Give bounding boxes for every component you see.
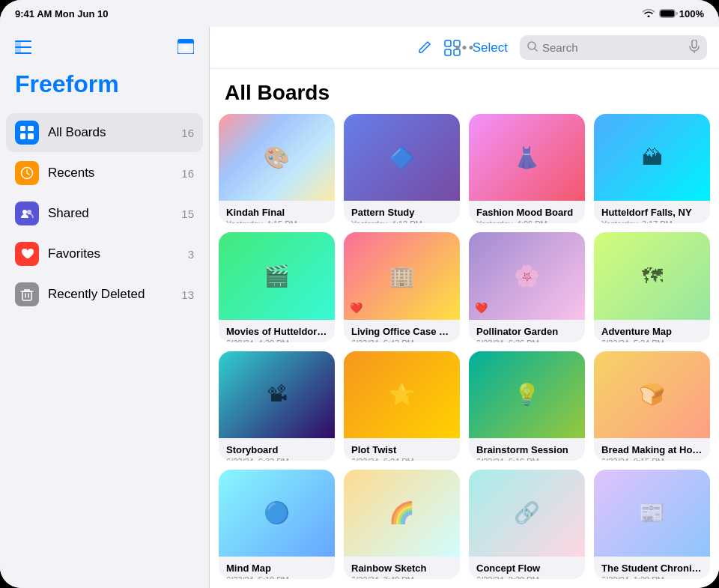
svg-rect-8: [20, 126, 25, 131]
board-info: Fashion Mood Board Yesterday, 4:06 PM Jo…: [469, 201, 585, 223]
sidebar-item-label-recently-deleted: Recently Deleted: [48, 287, 172, 302]
board-thumbnail-content: 🗺: [594, 232, 710, 319]
board-thumbnail: 🍞: [594, 351, 710, 438]
board-thumbnail: 🌸 ❤️: [469, 232, 585, 319]
sidebar-item-label-recents: Recents: [48, 166, 172, 181]
main-area: Freeform All Boards 16: [0, 27, 719, 588]
board-thumbnail-content: 💡: [469, 351, 585, 438]
wifi-icon: [643, 8, 655, 19]
board-card-brainstorm-session[interactable]: 💡 Brainstorm Session 6/23/24, 6:16 PM: [469, 351, 585, 461]
board-thumbnail-content: 🎨: [219, 114, 335, 201]
archive-icon[interactable]: [178, 39, 194, 58]
board-info: Concept Flow 6/22/24, 2:30 PM Test & Oth…: [469, 557, 585, 579]
board-card-fashion-mood-board[interactable]: 👗 Fashion Mood Board Yesterday, 4:06 PM …: [469, 114, 585, 223]
board-thumbnail: 🔷: [344, 114, 460, 201]
board-date: 6/23/24, 6:43 PM: [351, 339, 452, 342]
board-title: Kindah Final: [226, 207, 327, 218]
sidebar-item-label-shared: Shared: [48, 206, 172, 221]
svg-rect-19: [454, 49, 460, 55]
board-title: Hutteldorf Falls, NY: [601, 207, 703, 218]
board-card-adventure-map[interactable]: 🗺 Adventure Map 6/23/24, 5:34 PM Danny &…: [594, 232, 710, 342]
board-thumbnail-content: ⭐: [344, 351, 460, 438]
board-date: 6/23/24, 6:36 PM: [476, 339, 577, 342]
sidebar-header: [0, 39, 209, 70]
board-card-pattern-study[interactable]: 🔷 Pattern Study Yesterday, 4:12 PM Miche…: [344, 114, 460, 223]
board-card-storyboard[interactable]: 📽 Storyboard 6/23/24, 6:33 PM Danny & Da…: [219, 351, 335, 461]
board-thumbnail: 👗: [469, 114, 585, 201]
board-thumbnail-content: 🏔: [594, 114, 710, 201]
board-date: Yesterday, 4:12 PM: [351, 219, 452, 223]
board-title: Pollinator Garden: [476, 326, 577, 337]
svg-rect-1: [660, 10, 674, 17]
board-card-hutteldorf-falls[interactable]: 🏔 Hutteldorf Falls, NY Yesterday, 3:17 P…: [594, 114, 710, 223]
board-card-living-office[interactable]: 🏢 ❤️ Living Office Case Study 6/23/24, 6…: [344, 232, 460, 342]
board-thumbnail-content: 🔗: [469, 470, 585, 557]
sidebar-item-favorites[interactable]: Favorites 3: [6, 234, 203, 273]
sidebar: Freeform All Boards 16: [0, 27, 210, 588]
board-date: 6/23/24, 6:24 PM: [351, 457, 452, 461]
content-panel: Select: [210, 27, 719, 588]
board-info: Pattern Study Yesterday, 4:12 PM Michell…: [344, 201, 460, 223]
board-card-movies-hutteldorf[interactable]: 🎬 Movies of Hutteldorf Fa... 6/28/24, 4:…: [219, 232, 335, 342]
sidebar-item-label-all-boards: All Boards: [48, 125, 172, 140]
boards-grid: 🎨 Kindah Final Yesterday, 4:15 PM Test &…: [210, 114, 719, 588]
sidebar-toggle-icon[interactable]: [15, 39, 31, 58]
sidebar-item-recently-deleted[interactable]: Recently Deleted 13: [6, 275, 203, 314]
board-title: Living Office Case Study: [351, 326, 452, 337]
sidebar-item-recents[interactable]: Recents 16: [6, 154, 203, 193]
board-card-bread-making[interactable]: 🍞 Bread Making at Home 6/23/24, 8:15 PM …: [594, 351, 710, 461]
board-thumbnail: ⭐: [344, 351, 460, 438]
mic-icon[interactable]: [689, 40, 700, 55]
board-info: Adventure Map 6/23/24, 5:34 PM Danny & D…: [594, 320, 710, 342]
board-date: Yesterday, 3:17 PM: [601, 219, 703, 223]
board-thumbnail-content: 🌈: [344, 470, 460, 557]
board-card-row4c[interactable]: 🔗 Concept Flow 6/22/24, 2:30 PM Test & O…: [469, 470, 585, 579]
svg-rect-7: [178, 39, 194, 43]
board-card-row4d[interactable]: 📰 The Student Chronicle 6/22/24, 1:20 PM…: [594, 470, 710, 579]
board-info: Bread Making at Home 6/23/24, 8:15 PM Jo…: [594, 438, 710, 461]
board-info: Plot Twist 6/23/24, 6:24 PM Danny Rico: [344, 438, 460, 461]
content-toolbar: Select: [210, 27, 719, 69]
board-card-pollinator-garden[interactable]: 🌸 ❤️ Pollinator Garden 6/23/24, 6:36 PM …: [469, 232, 585, 342]
svg-rect-15: [22, 291, 31, 300]
search-input[interactable]: [542, 41, 685, 54]
board-card-plot-twist[interactable]: ⭐ Plot Twist 6/23/24, 6:24 PM Danny Rico: [344, 351, 460, 461]
board-title: Plot Twist: [351, 444, 452, 455]
sidebar-item-shared[interactable]: Shared 15: [6, 194, 203, 233]
sidebar-item-count-shared: 15: [181, 207, 194, 220]
board-thumbnail: 🏢 ❤️: [344, 232, 460, 319]
board-thumbnail-content: 🔷: [344, 114, 460, 201]
favorite-badge: ❤️: [475, 302, 488, 314]
board-thumbnail: 📽: [219, 351, 335, 438]
search-box[interactable]: [520, 35, 707, 60]
search-icon: [527, 41, 538, 54]
board-info: Movies of Hutteldorf Fa... 6/28/24, 4:30…: [219, 320, 335, 342]
board-date: 6/23/24, 6:16 PM: [476, 457, 577, 461]
battery-icon: 100%: [659, 8, 704, 19]
board-card-row4b[interactable]: 🌈 Rainbow Sketch 6/22/24, 3:40 PM Joan &…: [344, 470, 460, 579]
select-button[interactable]: Select: [473, 40, 508, 55]
page-title: All Boards: [210, 69, 719, 114]
board-date: 6/23/24, 5:34 PM: [601, 339, 703, 342]
svg-rect-4: [15, 46, 31, 48]
sidebar-item-count-recents: 16: [181, 167, 194, 180]
board-thumbnail-content: 🎬: [219, 232, 335, 319]
sidebar-item-all-boards[interactable]: All Boards 16: [6, 113, 203, 152]
board-title: Fashion Mood Board: [476, 207, 577, 218]
sidebar-item-label-favorites: Favorites: [48, 246, 179, 261]
sidebar-title: Freeform: [0, 70, 209, 113]
board-thumbnail-content: 🔵: [219, 470, 335, 557]
board-title: Bread Making at Home: [601, 444, 703, 455]
status-time: 9:41 AM Mon Jun 10: [15, 8, 108, 19]
ipad-frame: 9:41 AM Mon Jun 10 100%: [0, 0, 719, 588]
svg-rect-18: [445, 49, 451, 55]
toolbar-dots: [456, 46, 473, 49]
all-boards-icon: [15, 121, 39, 145]
compose-button[interactable]: [416, 40, 432, 56]
board-card-kindah-final[interactable]: 🎨 Kindah Final Yesterday, 4:15 PM Test &…: [219, 114, 335, 223]
board-date: 6/22/24, 3:40 PM: [351, 575, 452, 579]
board-card-row4a[interactable]: 🔵 Mind Map 6/23/24, 5:10 PM Danny & Dann…: [219, 470, 335, 579]
board-thumbnail: 🌈: [344, 470, 460, 557]
board-title: Storyboard: [226, 444, 327, 455]
board-date: 6/28/24, 4:30 PM: [226, 339, 327, 342]
